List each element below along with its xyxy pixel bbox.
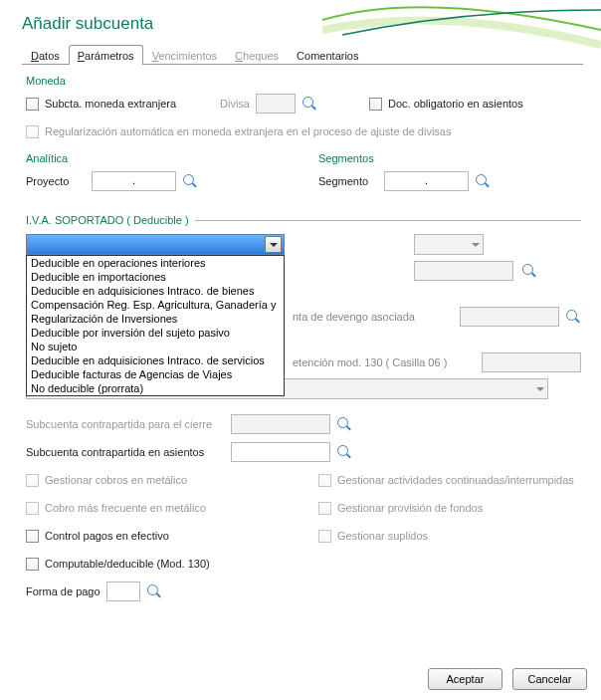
checkbox-cobro-frecuente [26,502,39,515]
input-contrapartida-asientos[interactable] [231,442,330,462]
label-forma-pago: Forma de pago [26,585,100,597]
label-cobros-metalico: Gestionar cobros en metálico [45,474,187,486]
input-disabled [414,261,513,281]
tab-vencimientos: Vencimientos [143,45,226,65]
input-divisa [256,94,296,114]
iva-combo[interactable]: Deducible en operaciones interiores Dedu… [26,234,285,255]
iva-option[interactable]: Deducible en adquisiciones Intraco. de s… [27,353,284,367]
combo-button[interactable] [26,234,285,255]
iva-option[interactable]: Deducible en operaciones interiores [27,256,284,270]
legend-analitica: Analítica [26,152,289,164]
checkbox-computable[interactable] [26,558,39,571]
fieldset-moneda: Moneda Subcta. moneda extranjera Divisa … [26,75,581,142]
aceptar-button[interactable]: Aceptar [428,668,502,690]
search-icon[interactable] [146,583,162,599]
page-title: Añadir subcuenta [22,14,601,34]
input-retencion [482,352,581,372]
divider [195,220,581,221]
search-icon[interactable] [336,444,352,460]
tab-comentarios[interactable]: Comentarios [288,45,367,65]
label-segmento: Segmento [318,175,378,187]
tab-strip: Datos Parámetros Vencimientos Cheques Co… [22,44,583,65]
input-forma-pago[interactable] [106,582,140,601]
label-devengo: nta de devengo asociada [293,311,454,323]
checkbox-control-pagos[interactable] [26,530,39,543]
label-control-pagos: Control pagos en efectivo [45,530,169,542]
checkbox-actividades [318,474,331,487]
label-actividades: Gestionar actividades continuadas/interr… [337,474,574,486]
iva-option[interactable]: Compensación Reg. Esp. Agricultura, Gana… [27,298,284,312]
search-icon[interactable] [301,96,317,112]
input-contrapartida-cierre [231,414,330,434]
combo-closed[interactable] [414,234,484,255]
label-doc-obligatorio: Doc. obligatorio en asientos [388,98,523,110]
search-icon[interactable] [521,263,537,279]
chevron-down-icon [532,379,547,398]
search-icon[interactable] [565,309,581,325]
checkbox-provision [318,502,331,515]
label-computable: Computable/deducible (Mod. 130) [45,558,210,570]
checkbox-subcta-extranjera[interactable] [26,98,39,111]
checkbox-regularizacion [26,125,39,138]
tab-cheques: Cheques [226,45,288,65]
iva-option[interactable]: Deducible facturas de Agencias de Viajes [27,367,284,381]
search-icon[interactable] [182,173,198,189]
iva-option[interactable]: Deducible en importaciones [27,270,284,284]
checkbox-suplidos [318,530,331,543]
checkbox-doc-obligatorio[interactable] [369,98,382,111]
input-proyecto[interactable]: . [92,171,176,191]
label-cobro-frecuente: Cobro más frecuente en metálico [45,502,206,514]
tab-parametros[interactable]: Parámetros [69,45,143,65]
legend-iva: I.V.A. SOPORTADO ( Deducible ) [26,214,189,226]
iva-option[interactable]: No deducible (prorrata) [27,381,284,395]
chevron-down-icon[interactable] [265,236,282,253]
checkbox-cobros-metalico [26,474,39,487]
iva-option[interactable]: Deducible por inversión del sujeto pasiv… [27,326,284,340]
fieldset-segmentos: Segmentos Segmento . [318,152,581,198]
label-contrapartida-cierre: Subcuenta contrapartida para el cierre [26,418,225,430]
label-contrapartida-asientos: Subcuenta contrapartida en asientos [26,446,225,458]
iva-option[interactable]: Deducible en adquisiciones Intraco. de b… [27,284,284,298]
cancelar-button[interactable]: Cancelar [512,668,587,690]
label-divisa: Divisa [220,98,250,110]
input-segmento[interactable]: . [384,171,469,191]
chevron-down-icon [468,235,483,254]
label-subcta-extranjera: Subcta. moneda extranjera [45,98,214,110]
label-regularizacion: Regularización automática en moneda extr… [45,125,451,137]
label-provision: Gestionar provisión de fondos [337,502,483,514]
search-icon[interactable] [336,416,352,432]
input-devengo [460,307,559,327]
legend-segmentos: Segmentos [318,152,581,164]
fieldset-analitica: Analítica Proyecto . [26,152,289,198]
label-suplidos: Gestionar suplidos [337,530,428,542]
search-icon[interactable] [475,173,491,189]
iva-option[interactable]: Regularización de Inversiones [27,312,284,326]
iva-option[interactable]: No sujeto [27,340,284,353]
label-proyecto: Proyecto [26,175,86,187]
label-retencion: etención mod. 130 ( Casilla 06 ) [293,356,476,368]
legend-moneda: Moneda [26,75,581,87]
tab-datos[interactable]: Datos [22,45,69,65]
iva-dropdown: Deducible en operaciones interiores Dedu… [26,255,285,396]
